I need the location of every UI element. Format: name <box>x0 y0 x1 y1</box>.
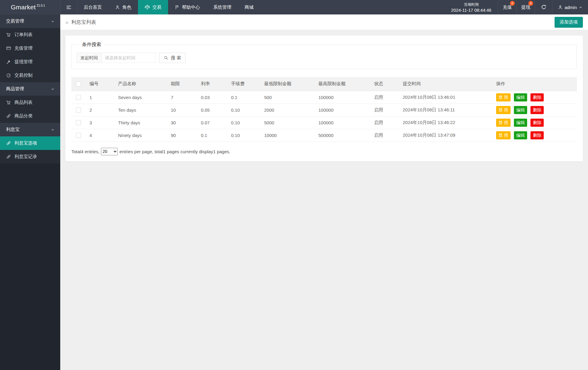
edit-button[interactable]: 编辑 <box>514 131 527 139</box>
cell-min: 500 <box>260 91 314 104</box>
nav-item-trade[interactable]: 交易 <box>138 0 168 14</box>
disable-button[interactable]: 禁 用 <box>496 93 511 101</box>
disable-button[interactable]: 禁 用 <box>496 119 511 127</box>
sidebar-section-title: 商品管理 <box>6 86 24 92</box>
pagination-prefix: Total4 entries, <box>71 149 99 154</box>
column-header-status: 状态 <box>370 77 398 91</box>
local-time-value: 2024-11-17 08:44:46 <box>451 8 492 13</box>
chevron-up-icon <box>579 5 583 9</box>
sidebar-item-label: 订单列表 <box>14 32 33 38</box>
nav-item-help-center[interactable]: 帮助中心 <box>168 0 207 14</box>
cell-status: 启用 <box>370 129 398 141</box>
sidebar-section-interest-treasure[interactable]: 利息宝 <box>0 123 60 136</box>
cell-id: 4 <box>85 129 114 141</box>
local-time-label: 当地时间 <box>464 2 479 8</box>
table-header-row: 编号 产品名称 期限 利率 手续费 最低限制金额 最高限制金额 状态 提交时间 … <box>71 77 577 91</box>
delete-button[interactable]: 删除 <box>530 119 544 127</box>
refresh-button[interactable] <box>535 0 552 14</box>
nav-item-label: 系统管理 <box>213 5 231 10</box>
column-header-name: 产品名称 <box>114 77 166 91</box>
delete-button[interactable]: 删除 <box>530 131 544 139</box>
sidebar-item-withdraw-management[interactable]: 提现管理 <box>0 55 60 69</box>
cell-max: 100000 <box>314 116 370 129</box>
sidebar-item-label: 充值管理 <box>14 45 33 51</box>
cell-fee: 0.10 <box>227 116 260 129</box>
scales-icon <box>145 5 150 10</box>
sidebar-section-title: 利息宝 <box>6 127 20 132</box>
delete-button[interactable]: 删除 <box>530 106 544 114</box>
column-header-rate: 利率 <box>196 77 227 91</box>
cell-fee: 0.10 <box>227 104 260 116</box>
content-card: 条件搜索 发起时间 搜 索 编号 <box>65 36 583 161</box>
cell-term: 10 <box>166 104 196 116</box>
cell-time: 2024年10月08日 13:46:11 <box>398 104 492 116</box>
credit-card-icon <box>6 46 11 51</box>
sidebar-toggle-button[interactable] <box>60 0 77 14</box>
nav-item-roles[interactable]: 角色 <box>108 0 138 14</box>
nav-item-mall[interactable]: 商城 <box>238 0 260 14</box>
cell-id: 2 <box>85 104 114 116</box>
sidebar-section-product-management[interactable]: 商品管理 <box>0 82 60 96</box>
sidebar-item-product-list[interactable]: 商品列表 <box>0 96 60 109</box>
pagination: Total4 entries, 20 entries per page, tot… <box>71 148 577 155</box>
cell-rate: 0.07 <box>196 116 227 129</box>
top-navigation: 后台首页 角色 交易 帮助中心 系统管理 <box>77 0 260 14</box>
sidebar-item-interest-options[interactable]: 利息宝选项 <box>0 136 60 150</box>
cell-name: Ten days <box>114 104 166 116</box>
column-header-term: 期限 <box>166 77 196 91</box>
cart-icon <box>6 100 11 105</box>
column-header-id: 编号 <box>85 77 114 91</box>
cell-time: 2024年10月08日 13:46:01 <box>398 91 492 104</box>
nav-item-dashboard[interactable]: 后台首页 <box>77 0 108 14</box>
gavel-icon <box>6 59 11 64</box>
page-size-select[interactable]: 20 <box>101 148 118 155</box>
row-checkbox[interactable] <box>76 133 81 138</box>
nav-item-system-management[interactable]: 系统管理 <box>207 0 238 14</box>
hamburger-icon <box>66 5 72 10</box>
cell-rate: 0.1 <box>196 129 227 141</box>
sidebar-item-label: 利息宝选项 <box>14 140 37 146</box>
cell-term: 90 <box>166 129 196 141</box>
delete-button[interactable]: 删除 <box>530 93 544 101</box>
recharge-badge: 0 <box>510 1 515 6</box>
table-row: 2 Ten days 10 0.05 0.10 2000 100000 启用 2… <box>71 104 577 116</box>
edit-button[interactable]: 编辑 <box>514 119 527 127</box>
link-icon <box>6 141 11 146</box>
search-button[interactable]: 搜 索 <box>159 53 186 63</box>
sidebar-section-trade-management[interactable]: 交易管理 <box>0 14 60 28</box>
nav-item-label: 商城 <box>245 5 254 10</box>
sidebar-item-product-category[interactable]: 商品分类 <box>0 109 60 123</box>
cell-id: 3 <box>85 116 114 129</box>
app-version: 21.0.1 <box>37 4 45 7</box>
search-row: 发起时间 搜 索 <box>77 53 572 63</box>
disable-button[interactable]: 禁 用 <box>496 131 511 139</box>
sidebar-item-trade-control[interactable]: 交易控制 <box>0 69 60 82</box>
sidebar-item-label: 交易控制 <box>14 73 33 78</box>
withdraw-label: 提现 <box>521 5 530 10</box>
edit-button[interactable]: 编辑 <box>514 93 527 101</box>
row-checkbox[interactable] <box>76 120 81 125</box>
main-content: 条件搜索 发起时间 搜 索 编号 <box>60 30 588 370</box>
cell-time: 2024年10月08日 13:46:22 <box>398 116 492 129</box>
link-icon <box>6 113 11 119</box>
sidebar-item-interest-records[interactable]: 利息宝记录 <box>0 150 60 163</box>
cell-rate: 0.03 <box>196 91 227 104</box>
select-all-checkbox[interactable] <box>76 82 81 87</box>
chevron-down-icon <box>51 87 55 91</box>
table-row: 3 Thirty days 30 0.07 0.10 5000 100000 启… <box>71 116 577 129</box>
edit-button[interactable]: 编辑 <box>514 106 527 114</box>
cell-term: 7 <box>166 91 196 104</box>
add-option-button[interactable]: 添加选项 <box>555 17 583 28</box>
sidebar-item-order-list[interactable]: 订单列表 <box>0 28 60 42</box>
row-checkbox[interactable] <box>76 107 81 113</box>
user-menu[interactable]: admin <box>552 0 588 14</box>
recharge-button[interactable]: 充值 0 <box>498 0 516 14</box>
disable-button[interactable]: 禁 用 <box>496 106 511 114</box>
cell-name: Ninety days <box>114 129 166 141</box>
sidebar-item-recharge-management[interactable]: 充值管理 <box>0 42 60 55</box>
person-icon <box>115 5 120 10</box>
topbar-right: 当地时间 2024-11-17 08:44:46 充值 0 提现 0 admin <box>445 0 588 14</box>
withdraw-button[interactable]: 提现 0 <box>516 0 535 14</box>
start-time-input[interactable] <box>102 53 155 63</box>
row-checkbox[interactable] <box>76 95 81 100</box>
